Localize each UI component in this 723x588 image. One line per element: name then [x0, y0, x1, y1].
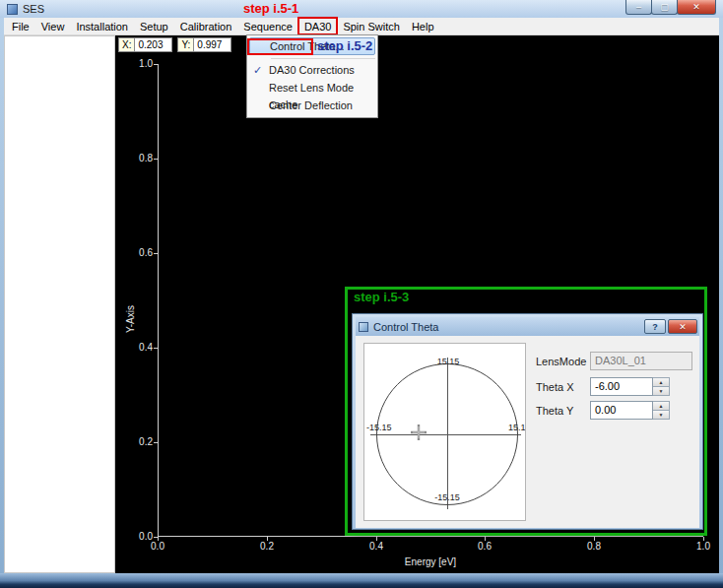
ses-window: SES – ▢ ✕ File View Installation Setup C… [0, 0, 723, 588]
theta-y-spin-buttons: ▲ ▼ [653, 401, 670, 420]
polar-label-right: 15.15 [508, 423, 526, 432]
y-tick-label: 0.6 [127, 247, 153, 258]
x-tick-label: 0.0 [141, 541, 174, 552]
window-frame-bottom [0, 573, 723, 588]
maximize-icon: ▢ [660, 3, 669, 12]
x-tick-label: 0.6 [468, 541, 501, 552]
y-tick-mark [154, 348, 158, 349]
spin-down-icon: ▼ [659, 388, 664, 394]
menu-item-view[interactable]: View [35, 18, 71, 34]
y-tick-mark [154, 64, 158, 65]
lensmode-field: DA30L_01 [590, 352, 692, 370]
dialog-title: Control Theta [373, 321, 438, 333]
cursor-coordinates: X: 0.203 Y: 0.997 [118, 37, 236, 52]
theta-x-spin-down-button[interactable]: ▼ [653, 387, 670, 396]
dialog-body: 15.15 -15.15 15.15 -15.15 LensMode DA30L… [356, 336, 699, 528]
polar-label-top: 15.15 [426, 357, 471, 366]
spin-down-icon: ▼ [659, 412, 664, 418]
y-tick-mark [154, 253, 158, 254]
maximize-button[interactable]: ▢ [651, 0, 678, 15]
y-tick-label: 0.2 [127, 436, 153, 447]
y-tick-mark [154, 159, 158, 160]
theta-x-label: Theta X [536, 381, 574, 393]
lensmode-label: LensMode [536, 356, 586, 367]
close-icon: ✕ [692, 3, 700, 12]
coord-x-label: X: [118, 37, 135, 52]
theta-y-label: Theta Y [536, 405, 573, 417]
y-tick-label: 1.0 [127, 58, 153, 69]
coord-x-value[interactable]: 0.203 [135, 37, 172, 52]
control-theta-dialog: Control Theta ? ✕ 15.15 -15.15 15.15 -15… [352, 313, 703, 530]
close-icon: ✕ [679, 322, 687, 332]
menu-item-da30-corrections[interactable]: ✓ DA30 Corrections [247, 62, 377, 80]
dialog-buttons: ? ✕ [644, 319, 697, 334]
x-axis-title: Energy [eV] [158, 556, 703, 567]
x-tick-mark [376, 537, 377, 541]
coord-y-value[interactable]: 0.997 [194, 37, 231, 52]
dialog-titlebar[interactable]: Control Theta ? ✕ [356, 317, 699, 336]
window-buttons: – ▢ ✕ [626, 0, 716, 15]
menu-item-sequence[interactable]: Sequence [237, 18, 298, 34]
app-icon [7, 4, 18, 15]
left-panel [4, 35, 115, 573]
menu-item-help[interactable]: Help [406, 18, 440, 34]
help-icon: ? [652, 322, 658, 332]
dialog-help-button[interactable]: ? [644, 319, 666, 334]
spin-up-icon: ▲ [659, 379, 664, 385]
polar-label-bottom: -15.15 [424, 492, 471, 502]
dialog-icon [359, 322, 368, 332]
menu-item-label: DA30 Corrections [269, 64, 355, 76]
dialog-close-button[interactable]: ✕ [668, 319, 697, 334]
theta-x-spinbox: -6.00 ▲ ▼ [590, 377, 670, 396]
menu-item-file[interactable]: File [6, 18, 35, 34]
x-tick-label: 0.2 [250, 541, 284, 552]
theta-y-spin-up-button[interactable]: ▲ [653, 401, 670, 411]
x-tick-mark [594, 537, 595, 541]
x-tick-label: 0.4 [360, 541, 393, 552]
theta-y-value[interactable]: 0.00 [590, 401, 653, 420]
x-tick-mark [703, 537, 704, 541]
coord-y-label: Y: [177, 37, 194, 52]
minimize-button[interactable]: – [625, 0, 652, 15]
titlebar[interactable]: SES – ▢ ✕ [0, 0, 723, 18]
x-tick-mark [158, 537, 159, 541]
annotation-step-2: step i.5-2 [317, 38, 372, 53]
y-tick-label: 0.8 [127, 153, 153, 163]
theta-x-spin-buttons: ▲ ▼ [653, 377, 670, 396]
theta-polar-plot: 15.15 -15.15 15.15 -15.15 [363, 343, 526, 521]
checkmark-icon: ✓ [253, 62, 262, 79]
menubar: File View Installation Setup Calibration… [4, 18, 719, 35]
spin-up-icon: ▲ [659, 403, 664, 409]
x-tick-mark [267, 537, 268, 541]
menu-item-center-deflection[interactable]: Center Deflection [247, 98, 377, 115]
close-button[interactable]: ✕ [677, 0, 716, 15]
menu-item-setup[interactable]: Setup [134, 18, 174, 34]
polar-label-left: -15.15 [366, 423, 392, 432]
y-tick-mark [154, 442, 158, 443]
theta-y-spinbox: 0.00 ▲ ▼ [590, 401, 670, 420]
menu-item-installation[interactable]: Installation [70, 18, 134, 34]
minimize-icon: – [636, 3, 641, 12]
x-tick-label: 1.0 [687, 541, 720, 552]
x-tick-mark [485, 537, 486, 541]
theta-position-marker-icon[interactable] [411, 425, 427, 440]
y-axis-title: Y-Axis [125, 305, 136, 333]
polar-range-circle [376, 363, 518, 505]
menu-separator [271, 58, 375, 59]
annotation-step-3: step i.5-3 [354, 290, 409, 304]
x-tick-label: 0.8 [577, 541, 611, 552]
annotation-step-1: step i.5-1 [243, 1, 298, 16]
y-tick-label: 0.4 [127, 342, 153, 353]
window-title: SES [23, 3, 44, 15]
menu-item-da30[interactable]: DA30 [298, 18, 338, 34]
menu-item-calibration[interactable]: Calibration [174, 18, 238, 34]
menu-item-reset-lens-mode-cache[interactable]: Reset Lens Mode cache [247, 80, 377, 98]
theta-x-spin-up-button[interactable]: ▲ [653, 377, 670, 387]
menu-item-spin-switch[interactable]: Spin Switch [337, 18, 405, 34]
theta-x-value[interactable]: -6.00 [590, 377, 653, 396]
theta-y-spin-down-button[interactable]: ▼ [653, 411, 670, 420]
